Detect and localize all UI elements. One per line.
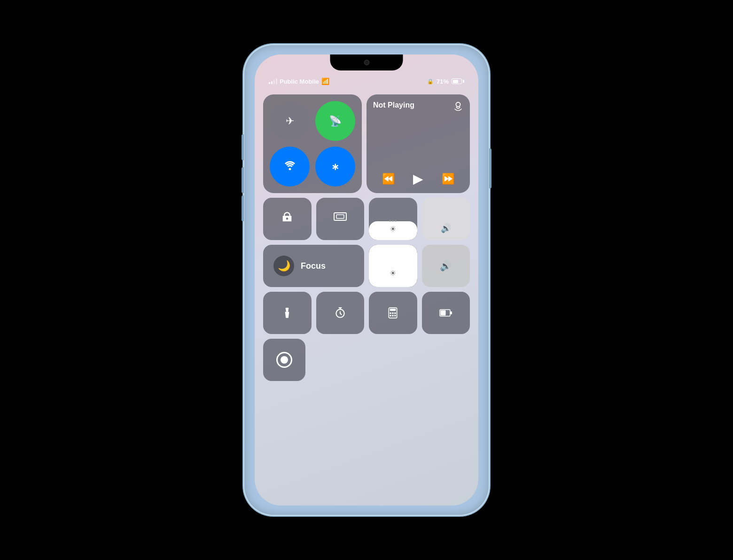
battery-widget-button[interactable] [422, 292, 470, 334]
bluetooth-icon: ∗ [331, 161, 339, 172]
signal-icon [269, 78, 277, 84]
volume-lower-icon: 🔊 [440, 260, 452, 272]
svg-rect-3 [336, 215, 344, 218]
rewind-button[interactable]: ⏪ [382, 173, 395, 185]
svg-rect-13 [395, 315, 396, 316]
focus-moon-icon: 🌙 [273, 256, 294, 276]
svg-rect-12 [392, 315, 394, 316]
brightness-button[interactable]: ☀ [369, 198, 417, 240]
wifi-icon [284, 161, 296, 173]
row1: ✈ 📡 [263, 94, 470, 193]
svg-rect-4 [286, 308, 289, 309]
status-left: Public Mobile 📶 [269, 78, 329, 85]
svg-rect-11 [390, 315, 391, 316]
cellular-icon: 📡 [329, 115, 342, 127]
brightness-lower-icon: ☀ [390, 269, 396, 281]
brightness-lower: ☀ [369, 245, 417, 287]
screen-record-icon [276, 352, 292, 368]
phone-screen: Public Mobile 📶 🔒 71% [255, 54, 478, 506]
media-controls: ⏪ ▶ ⏩ [373, 171, 463, 187]
battery-tip [463, 80, 464, 83]
svg-rect-7 [390, 309, 396, 311]
wifi-button[interactable] [270, 147, 310, 187]
battery-percent: 71% [437, 78, 449, 85]
airplane-mode-button[interactable]: ✈ [270, 101, 310, 141]
rotation-lock-button[interactable] [263, 198, 312, 240]
svg-rect-9 [392, 312, 394, 314]
media-top: Not Playing [373, 101, 463, 114]
svg-rect-15 [440, 311, 445, 316]
row4 [263, 292, 470, 334]
notch [330, 54, 403, 70]
svg-rect-16 [450, 311, 452, 314]
row2: ☀ 🔊 [263, 198, 470, 240]
screen-record-button[interactable] [263, 339, 305, 381]
not-playing-label: Not Playing [373, 101, 414, 109]
status-right: 🔒 71% [427, 78, 464, 85]
volume-lower: 🔊 [422, 245, 470, 287]
media-player-block[interactable]: Not Playing ⏪ ▶ ⏩ [366, 94, 470, 193]
calculator-icon [387, 307, 398, 319]
lock-icon: 🔒 [427, 78, 434, 85]
calculator-button[interactable] [369, 292, 417, 334]
volume-button[interactable]: 🔊 [422, 198, 470, 240]
row5 [263, 339, 470, 381]
fast-forward-button[interactable]: ⏩ [442, 173, 454, 185]
svg-rect-8 [390, 312, 391, 314]
brightness-icon: ☀ [390, 225, 396, 233]
screen-mirror-button[interactable] [316, 198, 365, 240]
battery-body [452, 78, 462, 84]
volume-icon: 🔊 [441, 223, 451, 233]
status-bar: Public Mobile 📶 🔒 71% [255, 74, 478, 88]
connectivity-block: ✈ 📡 [263, 94, 362, 193]
camera [364, 60, 369, 65]
flashlight-icon [281, 307, 293, 319]
cellular-button[interactable]: 📡 [315, 101, 355, 141]
svg-rect-10 [395, 312, 396, 314]
row3: 🌙 Focus ☀ 🔊 [263, 245, 470, 287]
wifi-status-icon: 📶 [321, 78, 329, 85]
bluetooth-button[interactable]: ∗ [315, 147, 355, 187]
phone-device: Public Mobile 📶 🔒 71% [244, 45, 489, 515]
svg-point-1 [456, 102, 460, 107]
flashlight-button[interactable] [263, 292, 312, 334]
control-center: ✈ 📡 [263, 94, 470, 381]
airplane-icon: ✈ [286, 115, 294, 127]
timer-icon [334, 307, 346, 319]
battery-fill [453, 80, 459, 83]
play-button[interactable]: ▶ [413, 171, 423, 187]
focus-label: Focus [301, 261, 326, 271]
svg-rect-2 [334, 213, 346, 220]
airplay-button[interactable] [453, 101, 463, 114]
battery-icon [452, 78, 464, 84]
rotation-lock-icon [281, 211, 294, 227]
timer-button[interactable] [316, 292, 365, 334]
brightness-dots [389, 220, 397, 222]
carrier-name: Public Mobile [280, 78, 319, 85]
focus-button[interactable]: 🌙 Focus [263, 245, 364, 287]
battery-widget-icon [439, 308, 452, 318]
screen-mirror-icon [334, 212, 347, 226]
svg-point-0 [289, 168, 291, 170]
